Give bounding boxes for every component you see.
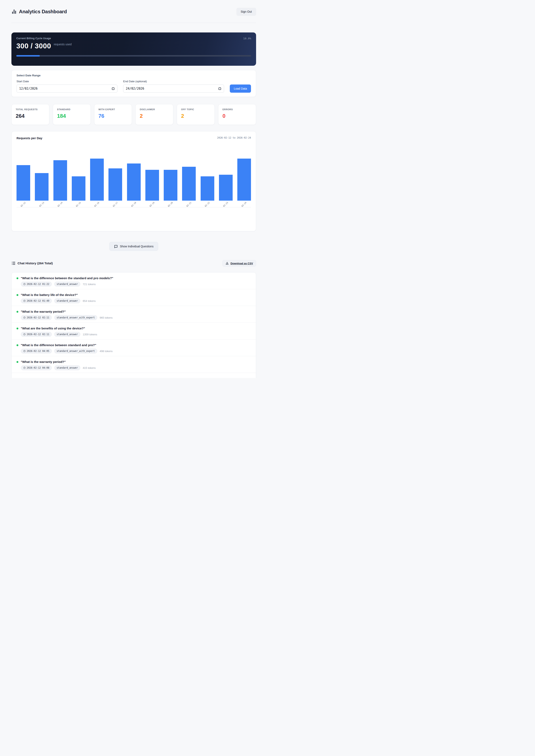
page-title: Analytics Dashboard <box>19 9 67 15</box>
billing-usage-suffix: requests used <box>54 43 71 46</box>
timestamp-text: 2026-02-12 02:11 <box>27 316 49 319</box>
sign-out-button[interactable]: Sign Out <box>237 8 256 15</box>
stat-label: ERRORS <box>222 108 252 111</box>
chat-history-item[interactable]: "What is the difference between the stan… <box>12 272 256 289</box>
stat-label: TOTAL REQUESTS <box>16 108 45 111</box>
end-date-input[interactable]: 24/02/2026 <box>123 84 224 93</box>
billing-usage-percent: 10.0% <box>243 37 251 40</box>
bar-02-19 <box>145 170 159 201</box>
stats-row: TOTAL REQUESTS 264 STANDARD 184 WITH EXP… <box>12 104 256 125</box>
date-range-title: Select Date Range <box>16 74 251 77</box>
timestamp-badge: 2026-02-12 02:11 <box>21 332 52 337</box>
x-tick-label: 02-14 <box>53 201 67 207</box>
bar-chart-plot <box>16 159 251 201</box>
stat-label: WITH EXPERT <box>99 108 128 111</box>
clock-icon <box>23 283 26 285</box>
stat-value: 2 <box>181 113 211 119</box>
chat-history-item[interactable]: "What is the difference between standard… <box>12 339 256 356</box>
end-date-value: 24/02/2026 <box>126 87 144 90</box>
app-header-left: Analytics Dashboard <box>12 9 67 15</box>
chat-question-text: "What is the battery life of the device?… <box>21 293 78 296</box>
x-tick-label: 02-24 <box>237 201 251 207</box>
chat-question-text: "What is the difference between standard… <box>21 343 96 347</box>
requests-chart-card: Requests per Day 2026-02-12 to 2026-02-2… <box>12 131 256 231</box>
stat-card: DISCLAIMER 2 <box>135 104 173 125</box>
calendar-icon[interactable] <box>218 87 221 90</box>
timestamp-text: 2026-02-12 01:49 <box>27 299 49 302</box>
x-tick-label: 02-13 <box>35 201 48 207</box>
answer-type-badge: standard_answer <box>54 332 80 337</box>
status-dot-icon <box>16 277 18 279</box>
billing-usage-title: Current Billing Cycle Usage <box>16 37 51 40</box>
x-axis-line <box>16 207 251 207</box>
chart-date-range: 2026-02-12 to 2026-02-24 <box>217 136 251 139</box>
end-date-field: End Date (optional) 24/02/2026 <box>123 80 224 93</box>
chat-history-item[interactable]: "What is the warranty period?" 2026-02-1… <box>12 356 256 373</box>
answer-type-badge: standard_answer <box>54 282 80 287</box>
stat-value: 184 <box>57 113 86 119</box>
stat-card: ERRORS 0 <box>218 104 256 125</box>
timestamp-badge: 2026-02-12 01:49 <box>21 298 52 303</box>
x-tick-label: 02-15 <box>72 201 85 207</box>
chat-history-item[interactable]: "What is the warranty period?" 2026-02-1… <box>12 306 256 323</box>
chart-title: Requests per Day <box>16 136 42 140</box>
page-container: Analytics Dashboard Sign Out Current Bil… <box>12 0 256 378</box>
timestamp-text: 2026-02-12 04:08 <box>27 366 49 369</box>
chat-history-item[interactable]: "What is the battery life of the device?… <box>12 289 256 306</box>
x-tick-label: 02-12 <box>16 201 30 207</box>
stat-value: 2 <box>140 113 169 119</box>
app-header: Analytics Dashboard Sign Out <box>12 0 256 17</box>
start-date-input[interactable]: 12/02/2026 <box>16 84 117 93</box>
chat-history-title: Chat History (264 Total) <box>17 261 53 265</box>
x-tick-label: 02-20 <box>164 201 177 207</box>
bar-02-14 <box>53 160 67 201</box>
timestamp-badge: 2026-02-12 04:05 <box>21 348 52 353</box>
timestamp-badge: 2026-02-12 04:08 <box>21 365 52 370</box>
stat-label: OFF TOPIC <box>181 108 211 111</box>
chat-history-header: Chat History (264 Total) Download as CSV <box>12 260 256 266</box>
bar-02-23 <box>219 175 233 201</box>
bar-02-17 <box>108 168 122 201</box>
billing-progress-fill <box>16 55 40 56</box>
show-individual-questions-button[interactable]: Show Individual Questions <box>109 242 158 251</box>
bar-02-15 <box>72 176 85 201</box>
download-icon <box>226 262 229 265</box>
stat-label: STANDARD <box>57 108 86 111</box>
token-count: 415 tokens <box>83 366 96 369</box>
chat-bubble-icon <box>114 245 118 248</box>
bar-02-18 <box>127 164 141 201</box>
bar-02-21 <box>182 167 196 201</box>
download-csv-button[interactable]: Download as CSV <box>222 260 256 266</box>
timestamp-text: 2026-02-12 01:22 <box>27 283 49 286</box>
status-dot-icon <box>16 311 18 313</box>
stat-card: OFF TOPIC 2 <box>177 104 215 125</box>
bar-02-22 <box>201 176 214 201</box>
load-data-button[interactable]: Load Data <box>230 84 251 93</box>
chat-history-item[interactable]: "What are the benefits of using the devi… <box>12 323 256 339</box>
bar-chart-icon <box>12 9 17 14</box>
bar-02-16 <box>90 159 104 201</box>
timestamp-badge: 2026-02-12 02:11 <box>21 315 52 320</box>
stat-value: 264 <box>16 113 45 119</box>
x-tick-label: 02-16 <box>90 201 104 207</box>
clock-icon <box>23 317 26 319</box>
stat-card: WITH EXPERT 76 <box>94 104 132 125</box>
timestamp-badge: 2026-02-12 01:22 <box>21 282 52 287</box>
download-csv-label: Download as CSV <box>230 262 253 265</box>
date-range-card: Select Date Range Start Date 12/02/2026 <box>12 70 256 97</box>
bar-02-12 <box>16 165 30 201</box>
billing-usage-card: Current Billing Cycle Usage 10.0% 300 / … <box>12 32 256 66</box>
answer-type-badge: standard_answer <box>54 365 80 370</box>
status-dot-icon <box>16 294 18 296</box>
x-tick-label: 02-22 <box>201 201 214 207</box>
bar-chart-x-labels: 02-1202-1302-1402-1502-1602-1702-1802-19… <box>16 201 251 207</box>
bar-02-13 <box>35 173 48 201</box>
stat-card: TOTAL REQUESTS 264 <box>12 104 49 125</box>
chat-question-text: "What is the warranty period?" <box>21 310 66 313</box>
token-count: 498 tokens <box>100 349 113 353</box>
billing-progress-track <box>16 55 251 56</box>
list-icon <box>12 261 15 265</box>
calendar-icon[interactable] <box>112 87 115 90</box>
x-tick-label: 02-19 <box>145 201 159 207</box>
timestamp-text: 2026-02-12 02:11 <box>27 333 49 336</box>
